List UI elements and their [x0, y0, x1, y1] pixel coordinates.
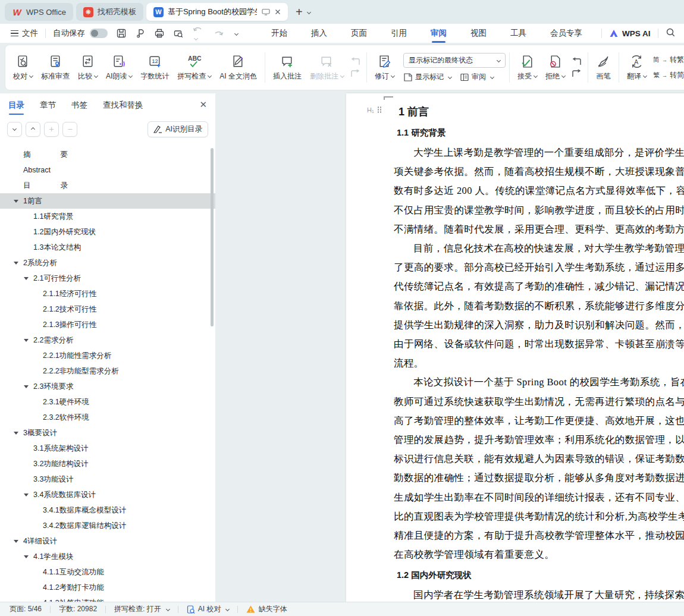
undo-icon[interactable] — [192, 24, 204, 43]
toc-item[interactable]: 2.2.1功能性需求分析 — [0, 348, 215, 363]
menu-item-tools[interactable]: 工具 — [498, 24, 538, 43]
reject-button[interactable]: 拒绝 — [541, 52, 569, 84]
toc-item[interactable]: 2.3环境要求 — [0, 379, 215, 394]
menu-item-view[interactable]: 视图 — [459, 24, 498, 43]
toc-item[interactable]: 3.4.1数据库概念模型设计 — [0, 502, 215, 518]
to-simplified-button[interactable]: 繁→ 转简 — [653, 70, 684, 80]
toc-item[interactable]: 3.3功能设计 — [0, 472, 215, 487]
toc-item[interactable]: 摘 要 — [0, 147, 215, 162]
search-icon[interactable] — [666, 27, 676, 39]
word-count-button[interactable]: 12 字数统计 — [136, 52, 173, 84]
spell-check-status[interactable]: 拼写检查: 打开 — [114, 604, 170, 614]
tab-docer-templates[interactable]: ❋ 找稻壳模板 — [76, 3, 143, 21]
next-comment-icon[interactable] — [350, 70, 360, 78]
menu-item-review[interactable]: 审阅 — [419, 24, 459, 43]
accept-button[interactable]: 接受 — [513, 52, 541, 84]
standard-review-button[interactable]: 标准审查 — [37, 52, 74, 84]
missing-font-warning[interactable]: 缺失字体 — [246, 604, 287, 614]
toc-item[interactable]: 2系统分析 — [0, 255, 215, 271]
close-tab-icon[interactable] — [275, 9, 281, 15]
toc-collapse-arrow-icon[interactable] — [24, 494, 33, 496]
toc-item[interactable]: 2.1.2技术可行性 — [0, 301, 215, 317]
word-count-indicator[interactable]: 字数: 20982 — [59, 604, 97, 614]
toc-item[interactable]: 1前言 — [0, 193, 215, 209]
sidebar-tab-chapters[interactable]: 章节 — [40, 93, 56, 117]
ai-proofread-status[interactable]: AI 校对 — [187, 604, 230, 614]
toc-collapse-arrow-icon[interactable] — [24, 385, 33, 388]
toc-item[interactable]: 2.1.1经济可行性 — [0, 286, 215, 301]
new-tab-button[interactable]: + — [296, 6, 303, 18]
toc-item[interactable]: 4详细设计 — [0, 533, 215, 549]
translate-button[interactable]: A 翻译 — [623, 52, 651, 84]
delete-comment-button[interactable]: 删除批注 — [306, 52, 348, 84]
previous-comment-icon[interactable] — [350, 58, 360, 66]
print-preview-icon[interactable] — [173, 28, 184, 39]
tab-wps-office[interactable]: W WPS Office — [5, 3, 73, 21]
toc-item[interactable]: 4.1学生模块 — [0, 549, 215, 564]
proofread-button[interactable]: 校对 — [9, 52, 37, 84]
ai-recognize-toc-button[interactable]: AI识别目录 — [148, 121, 208, 137]
revision-button[interactable]: 修订 — [371, 52, 399, 84]
ai-read-aloud-button[interactable]: AI朗读 — [102, 52, 136, 84]
toc-collapse-arrow-icon[interactable] — [24, 555, 33, 558]
toc-item[interactable]: 3.2功能结构设计 — [0, 456, 215, 472]
toc-item[interactable]: 2.1可行性分析 — [0, 271, 215, 286]
autosave-control[interactable]: 自动保存 — [53, 28, 108, 39]
document-page[interactable]: H₁ 1 前言1.1 研究背景大学生上课考勤是教学管理的一个重要组成部分，是评价… — [346, 93, 684, 602]
toc-collapse-arrow-icon[interactable] — [14, 432, 23, 435]
heading-level-marker[interactable]: H₁ — [367, 106, 382, 114]
next-revision-icon[interactable] — [572, 70, 582, 78]
menu-item-home[interactable]: 开始 — [259, 24, 299, 43]
compare-button[interactable]: 比较 — [74, 52, 102, 84]
toc-collapse-arrow-icon[interactable] — [14, 200, 23, 203]
toc-item[interactable]: 目 录 — [0, 178, 215, 193]
tab-document[interactable]: W 基于Spring Boot的校园学生 — [146, 3, 288, 21]
screen-share-icon[interactable] — [262, 8, 270, 15]
insert-comment-button[interactable]: 插入批注 — [269, 52, 306, 84]
tab-list-chevron-icon[interactable] — [307, 10, 311, 14]
menu-item-insert[interactable]: 插入 — [299, 24, 339, 43]
toc-item[interactable]: 4.1.1互动交流功能 — [0, 564, 215, 580]
toc-item[interactable]: 3.4系统数据库设计 — [0, 487, 215, 502]
print-icon[interactable] — [154, 28, 165, 39]
toc-item[interactable]: 2.2需求分析 — [0, 332, 215, 348]
toc-item[interactable]: 2.2.2非功能型需求分析 — [0, 363, 215, 379]
show-markup-button[interactable]: 显示标记 — [403, 72, 451, 82]
toc-expand-button[interactable]: + — [44, 122, 59, 137]
toc-item[interactable]: 2.3.1硬件环境 — [0, 394, 215, 410]
menu-item-reference[interactable]: 引用 — [379, 24, 419, 43]
page-indicator[interactable]: 页面: 5/46 — [10, 604, 42, 614]
toc-collapse-arrow-icon[interactable] — [14, 262, 23, 265]
toc-collapse-button[interactable]: − — [62, 122, 77, 137]
toc-item[interactable]: 3.1系统架构设计 — [0, 441, 215, 456]
toc-item[interactable]: Abstract — [0, 162, 215, 178]
ai-polish-button[interactable]: AI 全文润色 — [215, 52, 261, 84]
toc-collapse-arrow-icon[interactable] — [24, 277, 33, 280]
brush-button[interactable]: 画笔 — [592, 52, 615, 84]
toc-item[interactable]: 4.1.3补签申请功能 — [0, 595, 215, 602]
toc-next-heading-button[interactable] — [7, 122, 22, 137]
close-sidebar-icon[interactable]: ✕ — [199, 99, 207, 110]
hamburger-menu-icon[interactable] — [11, 29, 18, 39]
toc-item[interactable]: 4.1.2考勤打卡功能 — [0, 580, 215, 595]
redo-icon[interactable] — [212, 29, 224, 38]
export-pdf-icon[interactable] — [135, 28, 146, 39]
toc-item[interactable]: 3.4.2数据库逻辑结构设计 — [0, 518, 215, 533]
drag-handle-icon[interactable] — [378, 106, 382, 114]
sidebar-tab-contents[interactable]: 目录 — [8, 93, 24, 117]
menu-item-member[interactable]: 会员专享 — [538, 24, 594, 43]
review-pane-button[interactable]: 审阅 — [460, 72, 494, 82]
toc-item[interactable]: 3概要设计 — [0, 425, 215, 441]
file-menu[interactable]: 文件 — [22, 28, 38, 39]
autosave-toggle[interactable] — [90, 29, 108, 38]
sidebar-scrollbar[interactable] — [211, 148, 214, 326]
undo-options-chevron-icon[interactable] — [194, 36, 198, 40]
toc-item[interactable]: 2.1.3操作可行性 — [0, 317, 215, 332]
toc-item[interactable]: 1.1研究背景 — [0, 209, 215, 224]
sidebar-tab-find-replace[interactable]: 查找和替换 — [103, 93, 143, 117]
save-icon[interactable] — [116, 28, 127, 39]
toc-collapse-arrow-icon[interactable] — [14, 540, 23, 543]
toc-item[interactable]: 1.3本论文结构 — [0, 240, 215, 255]
markup-state-dropdown[interactable]: 显示标记的最终状态 — [403, 53, 506, 68]
toc-item[interactable]: 2.3.2软件环境 — [0, 410, 215, 425]
